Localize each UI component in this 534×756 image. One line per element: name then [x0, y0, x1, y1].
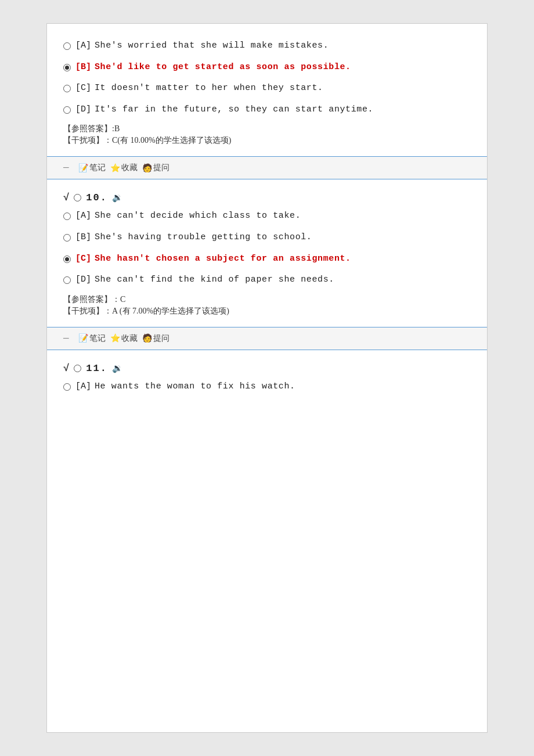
option-text-9b: She'd like to get started as soon as pos… [95, 60, 351, 74]
radio-10a[interactable] [63, 213, 71, 220]
ask-icon-1: 🧑 [142, 163, 152, 173]
toolbar-row-1: — 📝 笔记 ⭐ 收藏 🧑 提问 [47, 157, 487, 179]
question-block-10: √ 10. 🔉 [A] She can't decide which class… [47, 179, 487, 327]
radio-10c[interactable] [63, 255, 71, 263]
radio-9b[interactable] [63, 64, 71, 71]
question-header-10: √ 10. 🔉 [63, 192, 471, 203]
option-text-11a: He wants the woman to fix his watch. [95, 380, 295, 394]
option-label-9c: [C] [75, 81, 91, 95]
ask-button-2[interactable]: 🧑 提问 [142, 333, 169, 344]
toolbar-row-2: — 📝 笔记 ⭐ 收藏 🧑 提问 [47, 327, 487, 350]
option-label-9d: [D] [75, 103, 91, 117]
question-block-11: √ 11. 🔉 [A] He wants the woman to fix hi… [47, 350, 487, 412]
option-text-10a: She can't decide which class to take. [95, 209, 301, 223]
radio-9d[interactable] [63, 106, 71, 114]
note-label-1: 笔记 [89, 163, 106, 173]
option-10c[interactable]: [C] She hasn't chosen a subject for an a… [63, 252, 471, 269]
star-icon-1: ⭐ [110, 163, 120, 173]
note-label-2: 笔记 [89, 333, 106, 344]
note-icon-2: 📝 [78, 333, 88, 343]
option-text-9d: It's far in the future, so they can star… [95, 103, 373, 117]
radio-9c[interactable] [63, 85, 71, 92]
note-button-2[interactable]: 📝 笔记 [78, 333, 106, 344]
collapse-button-2[interactable]: — [63, 333, 69, 344]
radio-header-10[interactable] [74, 194, 81, 201]
option-label-10a: [A] [75, 209, 91, 223]
ask-icon-2: 🧑 [142, 333, 152, 343]
option-text-9a: She's worried that she will make mistake… [95, 39, 329, 53]
ask-label-1: 提问 [153, 163, 169, 173]
option-10b[interactable]: [B] She's having trouble getting to scho… [63, 231, 471, 247]
checkmark-11: √ [63, 363, 69, 374]
option-9c[interactable]: [C] It doesn't matter to her when they s… [63, 81, 471, 98]
collect-button-1[interactable]: ⭐ 收藏 [110, 163, 138, 173]
q-number-11: 11. [86, 363, 107, 374]
reference-10: 【参照答案】：C [63, 294, 471, 305]
radio-header-11[interactable] [74, 365, 81, 372]
option-text-10d: She can't find the kind of paper she nee… [95, 273, 334, 287]
checkmark-10: √ [63, 192, 69, 203]
option-label-9b: [B] [75, 60, 91, 74]
option-label-11a: [A] [75, 380, 91, 394]
radio-10b[interactable] [63, 234, 71, 242]
ask-button-1[interactable]: 🧑 提问 [142, 163, 169, 173]
question-block-9: [A] She's worried that she will make mis… [47, 24, 487, 157]
sound-icon-11[interactable]: 🔉 [112, 363, 123, 374]
collect-button-2[interactable]: ⭐ 收藏 [110, 333, 138, 344]
option-text-10b: She's having trouble getting to school. [95, 231, 312, 244]
option-label-10d: [D] [75, 273, 91, 287]
ask-label-2: 提问 [153, 333, 169, 344]
q-number-10: 10. [86, 192, 107, 203]
star-icon-2: ⭐ [110, 333, 120, 343]
option-label-10b: [B] [75, 231, 91, 244]
option-10d[interactable]: [D] She can't find the kind of paper she… [63, 273, 471, 290]
collect-label-1: 收藏 [121, 163, 138, 173]
main-container: [A] She's worried that she will make mis… [46, 23, 488, 733]
option-9d[interactable]: [D] It's far in the future, so they can … [63, 103, 471, 120]
question-header-11: √ 11. 🔉 [63, 363, 471, 374]
option-9a[interactable]: [A] She's worried that she will make mis… [63, 39, 471, 56]
option-11a[interactable]: [A] He wants the woman to fix his watch. [63, 380, 471, 397]
option-label-10c: [C] [75, 252, 91, 266]
option-label-9a: [A] [75, 39, 91, 53]
reference-9: 【参照答案】:B [63, 124, 471, 134]
radio-10d[interactable] [63, 276, 71, 284]
option-10a[interactable]: [A] She can't decide which class to take… [63, 209, 471, 226]
distractor-9: 【干扰项】：C(有 10.00%的学生选择了该选项) [63, 135, 471, 146]
radio-11a[interactable] [63, 383, 71, 391]
option-text-9c: It doesn't matter to her when they start… [95, 81, 323, 95]
distractor-10: 【干扰项】：A (有 7.00%的学生选择了该选项) [63, 306, 471, 316]
note-icon-1: 📝 [78, 163, 88, 173]
radio-9a[interactable] [63, 42, 71, 50]
option-9b[interactable]: [B] She'd like to get started as soon as… [63, 60, 471, 77]
sound-icon-10[interactable]: 🔉 [112, 192, 123, 203]
note-button-1[interactable]: 📝 笔记 [78, 163, 106, 173]
option-text-10c: She hasn't chosen a subject for an assig… [95, 252, 351, 266]
collect-label-2: 收藏 [121, 333, 138, 344]
collapse-button-1[interactable]: — [63, 163, 69, 173]
